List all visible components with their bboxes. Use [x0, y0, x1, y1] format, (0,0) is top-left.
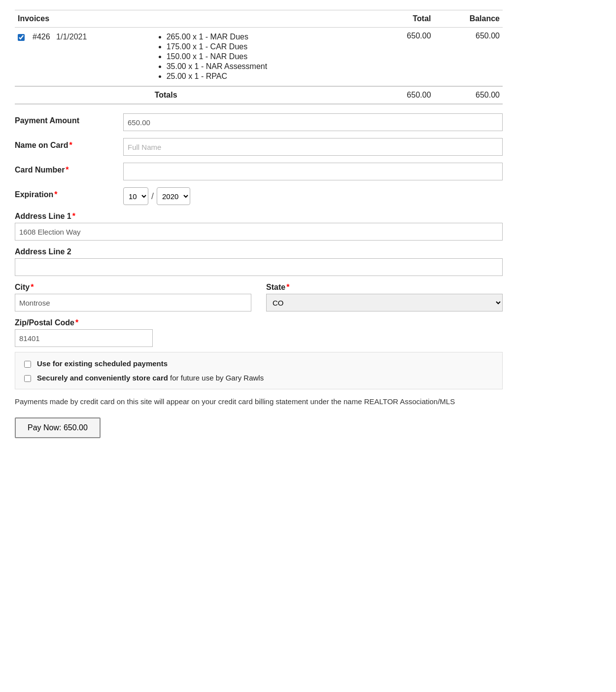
payment-amount-input[interactable]	[123, 113, 503, 131]
payment-amount-row: Payment Amount	[15, 113, 503, 131]
address-line1-group: Address Line 1*	[15, 212, 503, 247]
address-line2-group: Address Line 2	[15, 247, 503, 283]
line-item: 25.00 x 1 - RPAC	[167, 72, 374, 81]
state-select[interactable]: ALAKAZ ARCACO CTDEFL GAHIID ILINIA KSKYL…	[266, 294, 503, 311]
city-input[interactable]	[15, 294, 251, 311]
addr1-required: *	[72, 212, 75, 220]
expiration-required-indicator: *	[54, 190, 57, 199]
name-required-indicator: *	[69, 141, 72, 149]
card-number-label: Card Number*	[15, 163, 123, 174]
total-header: Total	[377, 10, 434, 28]
line-item: 35.00 x 1 - NAR Assessment	[167, 62, 374, 71]
expiration-month-select[interactable]: 010203040506070809101112	[123, 187, 148, 205]
invoices-header: Invoices	[15, 10, 377, 28]
address-line2-input[interactable]	[15, 258, 503, 276]
totals-label: Totals	[152, 86, 377, 104]
invoice-line-items: 265.00 x 1 - MAR Dues175.00 x 1 - CAR Du…	[152, 28, 377, 87]
city-group: City*	[15, 283, 251, 311]
checkboxes-section: Use for existing scheduled payments Secu…	[15, 352, 503, 389]
expiration-row: Expiration* 010203040506070809101112 / 2…	[15, 187, 503, 205]
city-required: *	[31, 283, 34, 291]
invoice-number: #426	[33, 33, 50, 41]
line-item: 150.00 x 1 - NAR Dues	[167, 52, 374, 61]
name-on-card-label: Name on Card*	[15, 138, 123, 150]
card-number-row: Card Number*	[15, 163, 503, 180]
zip-required: *	[75, 318, 78, 327]
pay-now-button[interactable]: Pay Now: 650.00	[15, 417, 101, 438]
state-required: *	[286, 283, 289, 291]
invoice-table: Invoices Total Balance #426 1/1/2021 265…	[15, 10, 503, 104]
invoice-balance: 650.00	[434, 28, 503, 87]
city-state-row: City* State* ALAKAZ ARCACO CTDEFL GAHIID…	[15, 283, 503, 311]
address-line1-input[interactable]	[15, 223, 503, 241]
invoice-date: 1/1/2021	[56, 33, 87, 41]
disclaimer-text: Payments made by credit card on this sit…	[15, 396, 503, 408]
state-label: State*	[266, 283, 503, 292]
city-label: City*	[15, 283, 251, 292]
invoice-total: 650.00	[377, 28, 434, 87]
card-required-indicator: *	[66, 166, 68, 174]
invoice-checkbox[interactable]	[18, 34, 25, 41]
store-card-row: Securely and conveniently store card for…	[24, 374, 493, 382]
line-item: 175.00 x 1 - CAR Dues	[167, 42, 374, 51]
name-on-card-row: Name on Card*	[15, 138, 503, 156]
address-line1-label: Address Line 1*	[15, 212, 503, 221]
totals-row: Totals 650.00 650.00	[15, 86, 503, 104]
address-section: Address Line 1* Address Line 2 City* Sta…	[15, 212, 503, 347]
card-number-input[interactable]	[123, 163, 503, 180]
scheduled-payments-row: Use for existing scheduled payments	[24, 359, 493, 368]
name-on-card-input[interactable]	[123, 138, 503, 156]
zip-input[interactable]	[15, 329, 153, 347]
totals-balance: 650.00	[434, 86, 503, 104]
invoices-label: Invoices	[18, 14, 49, 23]
address-line2-label: Address Line 2	[15, 247, 503, 256]
payment-amount-label: Payment Amount	[15, 113, 123, 125]
store-card-checkbox[interactable]	[24, 375, 31, 382]
totals-total: 650.00	[377, 86, 434, 104]
store-card-label: Securely and conveniently store card for…	[37, 374, 264, 382]
expiration-label: Expiration*	[15, 187, 123, 199]
scheduled-payments-checkbox[interactable]	[24, 361, 31, 368]
expiration-year-select[interactable]: 2020202120222023202420252026202720282029…	[157, 187, 190, 205]
line-item: 265.00 x 1 - MAR Dues	[167, 33, 374, 41]
zip-label: Zip/Postal Code*	[15, 318, 153, 327]
payment-form: Payment Amount Name on Card* Card Number…	[15, 113, 503, 205]
zip-group: Zip/Postal Code*	[15, 318, 153, 347]
expiration-separator: /	[151, 191, 154, 202]
balance-header: Balance	[434, 10, 503, 28]
invoice-row: #426 1/1/2021 265.00 x 1 - MAR Dues175.0…	[15, 28, 503, 87]
scheduled-payments-label: Use for existing scheduled payments	[37, 359, 168, 368]
state-group: State* ALAKAZ ARCACO CTDEFL GAHIID ILINI…	[266, 283, 503, 311]
expiration-controls: 010203040506070809101112 / 2020202120222…	[123, 187, 190, 205]
